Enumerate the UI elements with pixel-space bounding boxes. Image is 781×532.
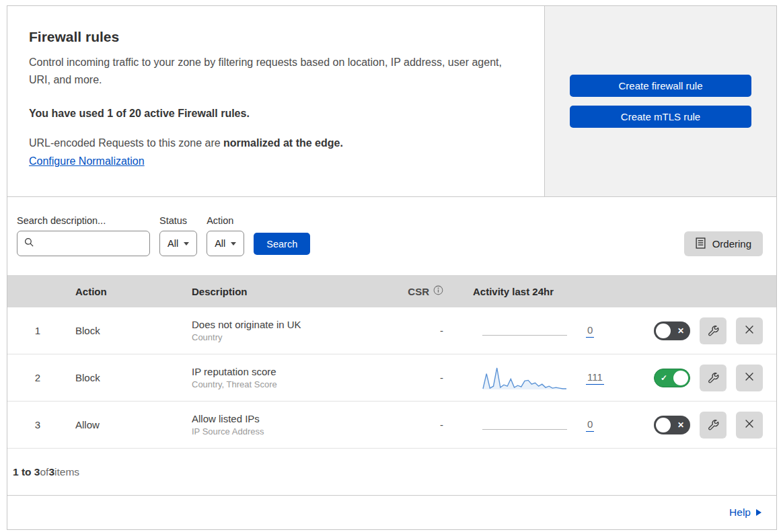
normalization-note: URL-encoded Requests to this zone are no… <box>29 137 517 149</box>
rule-enabled-toggle[interactable]: ✓ ✕ <box>654 321 690 340</box>
action-label: Action <box>207 215 244 226</box>
wrench-icon <box>707 324 720 338</box>
action-selected-value: All <box>215 238 225 249</box>
column-description: Description <box>182 286 384 297</box>
wrench-icon <box>707 371 720 385</box>
page-description: Control incoming traffic to your zone by… <box>29 54 507 89</box>
rule-activity-cell: 0 <box>451 411 623 439</box>
rule-enabled-toggle[interactable]: ✓ ✕ <box>654 416 690 434</box>
help-link-label: Help <box>729 506 751 519</box>
close-icon <box>743 324 755 338</box>
header-text-block: Firewall rules Control incoming traffic … <box>7 6 545 196</box>
pagination-total: 3 <box>48 466 54 478</box>
ordering-button[interactable]: Ordering <box>684 231 763 256</box>
pagination-items: items <box>54 466 79 478</box>
rule-csr-value: - <box>384 372 451 383</box>
rule-description: Allow listed IPs IP Source Address <box>182 413 384 436</box>
actions-panel: Create firewall rule Create mTLS rule <box>545 6 776 196</box>
rule-action: Block <box>68 325 182 336</box>
info-icon[interactable] <box>433 285 443 297</box>
action-select[interactable]: All <box>207 231 244 256</box>
edit-rule-button[interactable] <box>700 365 727 391</box>
table-header: Action Description CSR Activity last 24h… <box>7 275 776 307</box>
filter-bar: Search description... Status All Action <box>7 197 776 275</box>
rule-controls: ✓ ✕ <box>623 412 776 439</box>
delete-rule-button[interactable] <box>736 317 763 344</box>
help-row: Help <box>7 496 776 529</box>
edit-rule-button[interactable] <box>700 412 727 439</box>
usage-summary: You have used 1 of 20 active Firewall ru… <box>29 108 517 120</box>
close-icon <box>743 371 755 385</box>
rule-criteria: IP Source Address <box>192 426 384 436</box>
page-title: Firewall rules <box>29 29 517 45</box>
chevron-down-icon <box>231 242 236 245</box>
edit-rule-button[interactable] <box>700 317 727 344</box>
rule-csr-value: - <box>384 419 451 430</box>
search-label: Search description... <box>17 215 150 226</box>
rule-action: Allow <box>68 419 182 430</box>
activity-sparkline <box>482 364 567 392</box>
rule-description-text: IP reputation score <box>192 366 384 377</box>
status-field: Status All <box>159 215 197 256</box>
action-field: Action All <box>207 215 244 256</box>
filter-controls: Search description... Status All Action <box>17 215 310 256</box>
arrow-right-icon <box>756 509 761 516</box>
pagination-range: 1 to 3 <box>13 466 40 478</box>
table-row: 1 Block Does not originate in UK Country… <box>7 307 776 354</box>
rule-activity-cell: 0 <box>451 317 623 345</box>
activity-count-link[interactable]: 111 <box>586 371 604 385</box>
x-icon: ✕ <box>677 420 684 430</box>
create-mtls-rule-button[interactable]: Create mTLS rule <box>570 106 751 128</box>
rule-priority: 1 <box>7 325 68 336</box>
delete-rule-button[interactable] <box>736 365 763 391</box>
x-icon: ✕ <box>677 326 684 336</box>
status-select[interactable]: All <box>159 231 197 256</box>
search-icon <box>24 237 34 250</box>
column-activity: Activity last 24hr <box>451 286 623 297</box>
rule-enabled-toggle[interactable]: ✓ ✕ <box>654 369 690 387</box>
rule-action: Block <box>68 372 182 383</box>
check-icon: ✓ <box>661 373 667 383</box>
activity-count-link[interactable]: 0 <box>586 418 594 432</box>
delete-rule-button[interactable] <box>736 412 763 439</box>
activity-count-link[interactable]: 0 <box>586 324 594 338</box>
rule-priority: 3 <box>7 419 68 430</box>
pagination-summary: 1 to 3 of 3 items <box>7 449 776 496</box>
search-button[interactable]: Search <box>254 233 310 255</box>
rule-criteria: Country, Threat Score <box>192 379 384 389</box>
rule-description-text: Does not originate in UK <box>192 319 384 330</box>
rule-description-text: Allow listed IPs <box>192 413 384 424</box>
table-row: 2 Block IP reputation score Country, Thr… <box>7 354 776 402</box>
pagination-of: of <box>40 466 48 478</box>
rule-priority: 2 <box>7 372 68 383</box>
normalization-text: URL-encoded Requests to this zone are <box>29 137 223 149</box>
search-field: Search description... <box>17 215 150 256</box>
table-row: 3 Allow Allow listed IPs IP Source Addre… <box>7 402 776 449</box>
toggle-knob <box>673 371 688 385</box>
wrench-icon <box>707 418 720 432</box>
rule-controls: ✓ ✕ <box>623 365 776 391</box>
rule-controls: ✓ ✕ <box>623 317 776 344</box>
status-selected-value: All <box>168 238 178 249</box>
help-link[interactable]: Help <box>729 506 761 519</box>
search-input[interactable] <box>39 238 143 249</box>
activity-sparkline <box>482 411 567 439</box>
create-firewall-rule-button[interactable]: Create firewall rule <box>570 75 751 97</box>
status-label: Status <box>159 215 197 226</box>
activity-sparkline <box>482 317 567 345</box>
ordering-list-icon <box>696 237 706 251</box>
column-csr: CSR <box>384 285 451 297</box>
rule-activity-cell: 111 <box>451 364 623 392</box>
normalization-bold-text: normalized at the edge. <box>223 137 343 149</box>
header-section: Firewall rules Control incoming traffic … <box>7 6 776 197</box>
column-action: Action <box>68 286 182 297</box>
ordering-button-label: Ordering <box>712 238 751 250</box>
search-box <box>17 231 150 256</box>
firewall-rules-card: Firewall rules Control incoming traffic … <box>7 5 777 530</box>
rule-csr-value: - <box>384 325 451 336</box>
rule-description: IP reputation score Country, Threat Scor… <box>182 366 384 389</box>
rule-description: Does not originate in UK Country <box>182 319 384 342</box>
column-csr-label: CSR <box>408 286 429 297</box>
configure-normalization-link[interactable]: Configure Normalization <box>29 155 145 167</box>
chevron-down-icon <box>184 242 189 245</box>
